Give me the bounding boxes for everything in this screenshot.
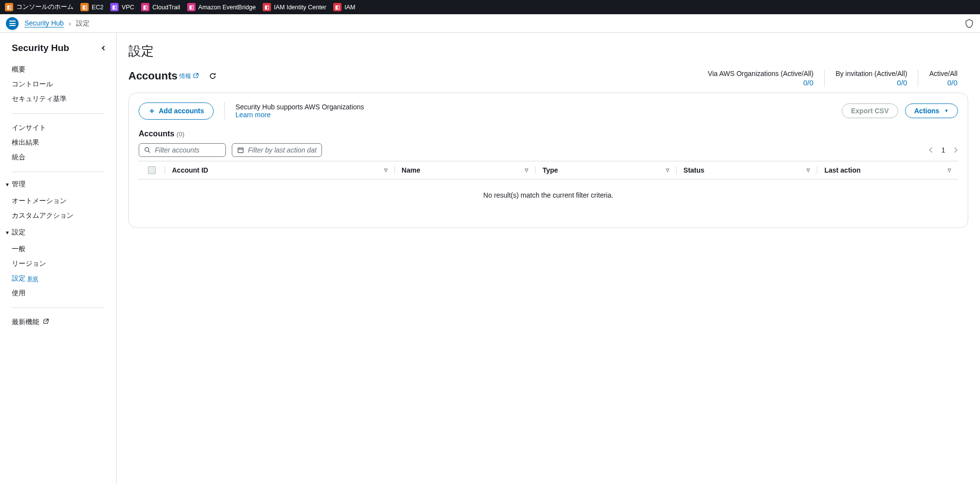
sidebar-divider — [12, 113, 104, 114]
cube-icon: ◧ — [5, 3, 13, 11]
org-support-text: Security Hub supports AWS Organizations — [236, 103, 365, 111]
main-content: 設定 Accounts 情報 Via AWS Organizations (Ac… — [117, 33, 980, 484]
external-link-icon — [193, 73, 199, 78]
col-account-id[interactable]: Account ID▽ — [165, 166, 395, 174]
page-next-button[interactable] — [953, 147, 958, 153]
new-badge: 新規 — [27, 276, 38, 282]
col-last-action[interactable]: Last action▽ — [817, 166, 958, 174]
actions-dropdown-button[interactable]: Actions ▼ — [905, 103, 958, 118]
sidebar-item-controls[interactable]: コントロール — [0, 77, 116, 92]
hamburger-icon — [9, 21, 16, 26]
learn-more-link[interactable]: Learn more — [236, 111, 271, 119]
stat-value: 0/0 — [708, 78, 814, 87]
stat-active-all: Active/All 0/0 — [918, 70, 968, 87]
divider — [224, 102, 225, 120]
toolbar-item-eventbridge[interactable]: ◧Amazon EventBridge — [187, 3, 256, 11]
page-number: 1 — [941, 146, 945, 154]
breadcrumb-root-link[interactable]: Security Hub — [24, 19, 64, 27]
toolbar-item-cloudtrail[interactable]: ◧CloudTrail — [141, 3, 180, 11]
triangle-down-icon: ▼ — [5, 230, 10, 235]
sidebar-item-general[interactable]: 一般 — [0, 242, 116, 256]
export-csv-button: Export CSV — [842, 103, 898, 118]
sidebar-group-manage[interactable]: ▼管理 — [0, 177, 116, 192]
page-title: 設定 — [128, 43, 968, 60]
sidebar-divider — [12, 172, 104, 172]
sidebar-collapse-button[interactable] — [100, 45, 106, 51]
refresh-button[interactable] — [209, 72, 217, 80]
search-icon — [144, 147, 151, 153]
col-status[interactable]: Status▽ — [677, 166, 818, 174]
sort-icon[interactable]: ▽ — [807, 168, 810, 173]
col-name[interactable]: Name▽ — [395, 166, 536, 174]
shield-status-icon[interactable] — [964, 19, 974, 28]
sidebar-item-findings[interactable]: 検出結果 — [0, 135, 116, 150]
refresh-icon — [209, 72, 217, 80]
filter-accounts-input[interactable] — [155, 146, 220, 154]
service-toolbar: ◧コンソールのホーム ◧EC2 ◧VPC ◧CloudTrail ◧Amazon… — [0, 0, 980, 14]
table-header-row: Account ID▽ Name▽ Type▽ Status▽ Last act… — [139, 161, 958, 179]
sidebar-item-usage[interactable]: 使用 — [0, 286, 116, 301]
sidebar-item-insights[interactable]: インサイト — [0, 121, 116, 135]
chevron-left-icon — [100, 45, 106, 51]
chevron-right-icon — [953, 147, 958, 153]
iam-icon: ◧ — [333, 3, 342, 11]
accounts-card: ＋ Add accounts Security Hub supports AWS… — [128, 93, 968, 228]
plus-icon: ＋ — [148, 106, 156, 116]
select-all-checkbox[interactable] — [139, 166, 165, 174]
sort-icon[interactable]: ▽ — [525, 168, 528, 173]
calendar-icon — [237, 147, 244, 153]
cloudtrail-icon: ◧ — [141, 3, 149, 11]
accounts-count: (0) — [176, 130, 184, 138]
accounts-section-title: Accounts — [128, 70, 177, 82]
sidebar-item-automation[interactable]: オートメーション — [0, 194, 116, 208]
filter-accounts-input-wrapper[interactable] — [139, 143, 226, 157]
sidebar-title: Security Hub — [12, 43, 69, 53]
triangle-down-icon: ▼ — [5, 182, 10, 187]
eventbridge-icon: ◧ — [187, 3, 196, 11]
sidebar-item-integrations[interactable]: 統合 — [0, 150, 116, 165]
toolbar-item-ec2[interactable]: ◧EC2 — [80, 3, 103, 11]
ec2-icon: ◧ — [80, 3, 89, 11]
toolbar-item-iam-identity[interactable]: ◧IAM Identity Center — [263, 3, 326, 11]
toolbar-item-vpc[interactable]: ◧VPC — [110, 3, 134, 11]
sort-icon[interactable]: ▽ — [384, 168, 388, 173]
vpc-icon: ◧ — [110, 3, 119, 11]
add-accounts-button[interactable]: ＋ Add accounts — [139, 102, 214, 120]
sidebar-item-region[interactable]: リージョン — [0, 256, 116, 271]
iam-idc-icon: ◧ — [263, 3, 271, 11]
stat-value: 0/0 — [835, 78, 907, 87]
external-link-icon — [43, 318, 49, 326]
info-link[interactable]: 情報 — [179, 72, 198, 80]
toolbar-item-console-home[interactable]: ◧コンソールのホーム — [5, 3, 74, 11]
toolbar-item-iam[interactable]: ◧IAM — [333, 3, 355, 11]
svg-point-0 — [145, 148, 149, 152]
stat-value: 0/0 — [929, 78, 957, 87]
stat-via-orgs: Via AWS Organizations (Active/All) 0/0 — [697, 70, 825, 87]
col-type[interactable]: Type▽ — [536, 166, 677, 174]
checkbox-icon — [148, 166, 156, 174]
pagination: 1 — [929, 146, 958, 154]
triangle-down-icon: ▼ — [944, 108, 949, 113]
filter-date-input[interactable] — [248, 146, 317, 154]
chevron-left-icon — [929, 147, 933, 153]
page-prev-button[interactable] — [929, 147, 933, 153]
sidebar-item-overview[interactable]: 概要 — [0, 62, 116, 77]
sidebar-item-settings[interactable]: 設定新規 — [0, 271, 116, 286]
sort-icon[interactable]: ▽ — [948, 168, 951, 173]
breadcrumb-current: 設定 — [76, 19, 90, 28]
breadcrumb: Security Hub › 設定 — [24, 19, 90, 28]
svg-rect-1 — [238, 148, 244, 153]
sidebar-item-standards[interactable]: セキュリティ基準 — [0, 92, 116, 106]
sort-icon[interactable]: ▽ — [666, 168, 669, 173]
chevron-right-icon: › — [69, 20, 71, 27]
sidebar-item-whatsnew[interactable]: 最新機能 — [0, 315, 116, 330]
sidebar-item-custom-actions[interactable]: カスタムアクション — [0, 208, 116, 223]
stat-by-invitation: By invitation (Active/All) 0/0 — [824, 70, 918, 87]
sidebar-divider — [12, 307, 104, 308]
filter-date-input-wrapper[interactable] — [232, 143, 322, 157]
nav-menu-button[interactable] — [6, 17, 19, 30]
breadcrumb-bar: Security Hub › 設定 — [0, 14, 980, 33]
stats-row: Via AWS Organizations (Active/All) 0/0 B… — [697, 70, 968, 87]
sidebar-group-settings[interactable]: ▼設定 — [0, 225, 116, 240]
accounts-table: Account ID▽ Name▽ Type▽ Status▽ Last act… — [139, 161, 958, 219]
